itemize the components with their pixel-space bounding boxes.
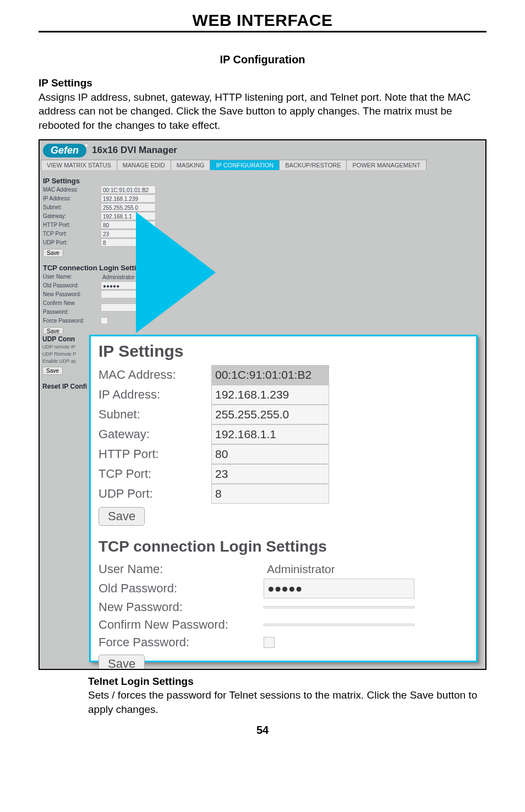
small-tcp-label: User Name: (43, 273, 101, 281)
small-tcp-heading: TCP connection Login Settings (43, 264, 482, 272)
small-ip-value[interactable]: 80 (101, 221, 156, 229)
zoom-tcp-value: Administrator (264, 560, 338, 579)
intro-text: Assigns IP address, subnet, gateway, HTT… (39, 91, 471, 131)
tab-masking[interactable]: MASKING (171, 160, 210, 170)
brand-title: 16x16 DVI Manager (92, 145, 177, 156)
zoom-ip-label: UDP Port: (99, 485, 211, 503)
zoom-callout-panel: IP Settings MAC Address:00:1C:91:01:01:B… (89, 335, 478, 662)
tab-backup-restore[interactable]: BACKUP/RESTORE (279, 160, 346, 170)
zoom-ip-label: IP Address: (99, 386, 211, 404)
zoom-ip-value[interactable]: 8 (211, 484, 329, 504)
tab-bar: VIEW MATRIX STATUSMANAGE EDIDMASKINGIP C… (40, 160, 485, 170)
small-ip-value[interactable]: 192.168.1.1 (101, 212, 156, 220)
small-ip-label: UDP Port: (43, 238, 101, 247)
cutoff-left-strip: UDP Conn UDP remote IP UDP Remote P Enab… (41, 333, 90, 668)
zoom-tcp-input[interactable] (264, 624, 414, 626)
zoom-tcp-label: Old Password: (99, 580, 264, 597)
zoom-ip-value[interactable]: 255.255.255.0 (211, 405, 329, 424)
zoom-tcp-input[interactable]: ●●●●● (264, 579, 414, 598)
zoom-force-password-checkbox[interactable] (264, 637, 275, 648)
tab-power-management[interactable]: POWER MANAGEMENT (346, 160, 426, 170)
tab-ip-configuration[interactable]: IP CONFIGURATION (210, 160, 279, 170)
small-tcp-label: Old Password: (43, 281, 101, 290)
udp-heading-cut: UDP Conn (41, 333, 90, 344)
small-tcp-value[interactable]: ●●●●● (101, 281, 156, 290)
zoom-tcp-label: Force Password: (99, 634, 264, 651)
zoom-ip-label: HTTP Port: (99, 445, 211, 463)
zoom-ip-label: MAC Address: (99, 366, 211, 384)
zoom-ip-heading: IP Settings (99, 342, 468, 361)
small-ip-value[interactable]: 8 (101, 238, 156, 247)
zoom-tcp-label: Confirm New Password: (99, 616, 264, 634)
screenshot-container: Gefen 16x16 DVI Manager VIEW MATRIX STAT… (39, 139, 486, 670)
intro-heading: IP Settings (39, 77, 92, 89)
small-ip-label: Subnet: (43, 203, 101, 212)
footer-heading: Telnet Login Settings (88, 675, 194, 687)
zoom-tcp-label: User Name: (99, 560, 264, 578)
zoom-ip-label: Gateway: (99, 426, 211, 443)
udp-row-cut: UDP remote IP (41, 344, 90, 351)
udp-row-cut: UDP Remote P (41, 351, 90, 358)
page-subtitle: IP Configuration (39, 53, 486, 66)
small-ip-label: MAC Address: (43, 186, 101, 194)
small-ip-value[interactable]: 192.168.1.239 (101, 194, 156, 203)
small-config-panel: IP Settings MAC Address:00:1C:91:01:01:B… (40, 170, 485, 339)
small-ip-save-button[interactable]: Save (43, 249, 63, 257)
small-tcp-label: Confirm New Password: (43, 299, 101, 317)
small-ip-label: Gateway: (43, 212, 101, 221)
zoom-ip-label: Subnet: (99, 406, 211, 423)
small-tcp-label: Force Password: (43, 317, 101, 325)
zoom-ip-value[interactable]: 80 (211, 444, 329, 464)
small-ip-value: 00:1C:91:01:01:B2 (101, 186, 156, 194)
small-ip-value[interactable]: 255.255.255.0 (101, 203, 156, 211)
tab-manage-edid[interactable]: MANAGE EDID (117, 160, 171, 170)
small-tcp-value[interactable] (101, 303, 156, 312)
zoom-ip-value: 00:1C:91:01:01:B2 (211, 365, 329, 385)
small-ip-heading: IP Settings (43, 177, 482, 185)
zoom-tcp-label: New Password: (99, 598, 264, 616)
brand-logo: Gefen (43, 144, 86, 157)
small-tcp-value[interactable] (101, 290, 156, 298)
zoom-tcp-save-button[interactable]: Save (99, 655, 145, 670)
tab-view-matrix-status[interactable]: VIEW MATRIX STATUS (41, 160, 117, 170)
zoom-tcp-heading: TCP connection Login Settings (99, 538, 468, 555)
small-ip-value[interactable]: 23 (101, 230, 156, 238)
small-tcp-label: New Password: (43, 290, 101, 299)
zoom-ip-label: TCP Port: (99, 465, 211, 483)
force-password-checkbox[interactable] (101, 317, 108, 324)
small-tcp-value: Administrator (101, 273, 155, 280)
udp-row-cut: Enable UDP ac (41, 358, 90, 365)
small-ip-label: HTTP Port: (43, 221, 101, 230)
page-number: 54 (39, 724, 486, 737)
zoom-ip-save-button[interactable]: Save (99, 507, 145, 526)
footer-text: Sets / forces the password for Telnet se… (88, 689, 477, 715)
section-header: WEB INTERFACE (39, 11, 486, 32)
zoom-ip-value[interactable]: 192.168.1.239 (211, 385, 329, 405)
zoom-tcp-input[interactable] (264, 606, 414, 608)
udp-save-cut[interactable]: Save (42, 367, 63, 375)
zoom-ip-value[interactable]: 23 (211, 464, 329, 484)
zoom-ip-value[interactable]: 192.168.1.1 (211, 424, 329, 444)
small-ip-label: IP Address: (43, 194, 101, 203)
small-ip-label: TCP Port: (43, 230, 101, 238)
reset-ip-heading-cut: Reset IP Confi (41, 380, 90, 391)
